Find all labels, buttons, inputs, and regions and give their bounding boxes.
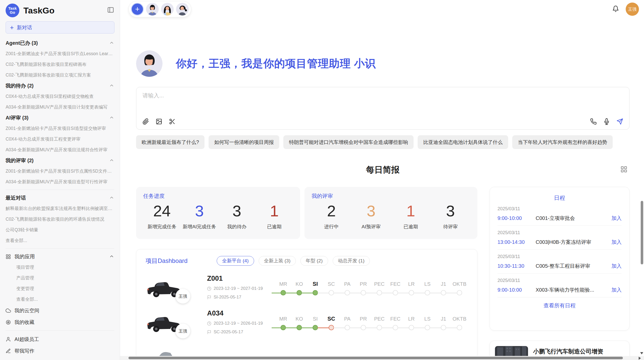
image-upload-icon[interactable] bbox=[156, 118, 162, 125]
sidebar-item-user[interactable]: AI超级员工 bbox=[6, 333, 114, 345]
sidebar-item-my-apps[interactable]: 我的应用 bbox=[6, 251, 114, 262]
sidebar-section-title[interactable]: 最近对话 bbox=[6, 192, 114, 203]
recent-conversation-item[interactable]: 公司Q3轻卡销量 bbox=[6, 224, 114, 235]
view-all-schedule-link[interactable]: 查看所有日程 bbox=[497, 297, 622, 314]
sidebar-section-title[interactable]: 我的评审 (2) bbox=[6, 155, 114, 166]
app-sub-item[interactable]: 项目管理 bbox=[6, 262, 114, 273]
milestone-dot[interactable] bbox=[393, 325, 398, 330]
dashboard-tab[interactable]: 年型 (2) bbox=[300, 256, 328, 266]
milestone-dot[interactable] bbox=[281, 290, 286, 295]
milestone-dot[interactable] bbox=[281, 325, 286, 330]
sidebar-task-item[interactable]: A034-全新新能源MUV产品开发项目造型可行性评审 bbox=[6, 176, 114, 187]
milestone-dot[interactable] bbox=[361, 325, 366, 330]
sidebar-item-pencil[interactable]: 帮我写作 bbox=[6, 345, 114, 357]
join-link[interactable]: 加入 bbox=[611, 287, 622, 293]
chat-input[interactable] bbox=[142, 92, 499, 110]
milestone-dot[interactable] bbox=[425, 325, 430, 330]
sidebar-task-item[interactable]: C0X4-动力总成开发项目SI里程碑提交物检查 bbox=[6, 91, 114, 102]
suggestion-chip[interactable]: 比亚迪全固态电池计划具体说了什么 bbox=[418, 135, 508, 149]
horizontal-scrollbar[interactable] bbox=[120, 356, 644, 360]
screenshot-icon[interactable] bbox=[169, 118, 175, 125]
milestone-dot[interactable] bbox=[329, 325, 334, 330]
project-flag-text: SC-2025-05-17 bbox=[214, 329, 243, 335]
milestone: SI bbox=[307, 280, 323, 297]
project-car-image: 王强 bbox=[145, 274, 184, 301]
dashboard-tab[interactable]: 全新上装 (3) bbox=[259, 256, 296, 266]
chevron-up-icon[interactable] bbox=[109, 254, 114, 259]
milestone-dot[interactable] bbox=[409, 325, 414, 330]
app-sub-item[interactable]: 查看全部... bbox=[6, 294, 114, 305]
suggestion-chip[interactable]: 欧洲新规最近颁布了什么? bbox=[136, 135, 204, 149]
sidebar-task-item[interactable]: C02-飞腾新能源轻客改款项目里程碑画布 bbox=[6, 59, 114, 70]
suggestion-chip[interactable]: 如何写一份清晰的项目周报 bbox=[209, 135, 279, 149]
voice-call-icon[interactable] bbox=[590, 118, 597, 125]
milestone-dot[interactable] bbox=[297, 325, 302, 330]
milestone-dot[interactable] bbox=[297, 290, 302, 295]
chevron-up-icon[interactable] bbox=[109, 195, 114, 200]
join-link[interactable]: 加入 bbox=[611, 239, 622, 246]
join-link[interactable]: 加入 bbox=[611, 263, 622, 269]
milestone-dot[interactable] bbox=[345, 325, 350, 330]
milestone-dot[interactable] bbox=[425, 290, 430, 295]
chevron-up-icon[interactable] bbox=[109, 83, 114, 88]
project-row[interactable]: 王强A0342023-12-19 ~ 2026-01-19SC-2025-05-… bbox=[145, 309, 468, 335]
sidebar-task-item[interactable]: A034-全新新能源MUV产品开发项目计划变更表编写 bbox=[6, 102, 114, 112]
send-icon[interactable] bbox=[617, 118, 623, 125]
sidebar-task-item[interactable]: Z001-全新燃油轻卡产品开发项目SI节点属性5D文件评审 bbox=[6, 166, 114, 176]
microphone-icon[interactable] bbox=[603, 118, 610, 125]
milestone-dot[interactable] bbox=[345, 290, 350, 295]
sidebar-collapse-icon[interactable] bbox=[107, 6, 114, 14]
recent-conversation-item[interactable]: 查看全部... bbox=[6, 235, 114, 246]
milestone-dot[interactable] bbox=[313, 325, 318, 330]
layout-grid-icon[interactable] bbox=[620, 166, 627, 174]
stat-value: 3 bbox=[218, 201, 256, 221]
dashboard-tab[interactable]: 动总开发 (1) bbox=[333, 256, 370, 266]
sidebar-task-item[interactable]: Z001-全新燃油皮卡产品开发项目SI节点Lesson Learn报告 bbox=[6, 48, 114, 59]
milestone-dot[interactable] bbox=[361, 290, 366, 295]
sidebar-task-item[interactable]: C0X4-动力总成开发项目工程变更评审 bbox=[6, 134, 114, 144]
dashboard-tab[interactable]: 全新平台 (4) bbox=[217, 256, 254, 266]
scroll-down-arrow[interactable] bbox=[640, 352, 643, 354]
recent-conversation-item[interactable]: C02-飞腾新能源轻客改款项目的闭环通告反馈情况 bbox=[6, 214, 114, 224]
milestone-dot[interactable] bbox=[441, 325, 446, 330]
new-chat-label: 新对话 bbox=[17, 24, 32, 31]
app-sub-item[interactable]: 变更管理 bbox=[6, 283, 114, 294]
chevron-up-icon[interactable] bbox=[109, 40, 114, 46]
app-sub-item[interactable]: 产品管理 bbox=[6, 273, 114, 283]
horizontal-scrollbar-thumb[interactable] bbox=[128, 357, 623, 359]
milestone-label: LS bbox=[424, 280, 430, 288]
attachment-icon[interactable] bbox=[142, 118, 149, 125]
logo-text-top: Task bbox=[8, 6, 17, 10]
milestone-dot[interactable] bbox=[377, 325, 382, 330]
recent-conversation-item[interactable]: 解释最新出台的欧盟报废车法规再生塑料比例被调至15%... bbox=[6, 203, 114, 214]
sidebar-item-cloud[interactable]: 我的云空间 bbox=[6, 305, 114, 316]
suggestion-chip[interactable]: 特朗普可能对进口汽车增税会对中国车企造成哪些影响 bbox=[283, 135, 414, 149]
vertical-scrollbar-thumb[interactable] bbox=[641, 201, 643, 264]
milestone-dot[interactable] bbox=[377, 290, 382, 295]
sidebar-item-pentool[interactable]: 创意制图 bbox=[6, 357, 114, 360]
sidebar-item-star[interactable]: 我的收藏 bbox=[6, 316, 114, 328]
milestone-dot[interactable] bbox=[393, 290, 398, 295]
sidebar-section-title[interactable]: Agent已办 (3) bbox=[6, 38, 114, 48]
new-chat-button[interactable]: + 新对话 bbox=[6, 21, 114, 34]
project-row[interactable]: 王强Z0012023-12-19 ~ 2027-01-19SI-2025-05-… bbox=[145, 274, 468, 301]
join-link[interactable]: 加入 bbox=[611, 215, 622, 222]
sidebar-task-item[interactable]: A034-全新新能源MUV产品开发项目法规符合性评审 bbox=[6, 144, 114, 155]
project-code: A034 bbox=[207, 309, 275, 317]
sidebar-section-title[interactable]: AI评审 (3) bbox=[6, 112, 114, 123]
chevron-up-icon[interactable] bbox=[109, 115, 114, 120]
stat-item: 3AI预评审 bbox=[351, 201, 391, 230]
milestone-dot[interactable] bbox=[329, 290, 334, 295]
milestone-dot[interactable] bbox=[457, 325, 462, 330]
milestone-dot[interactable] bbox=[409, 290, 414, 295]
sidebar-task-item[interactable]: C02-飞腾新能源轻客改款项目立项汇报方案 bbox=[6, 70, 114, 80]
milestone-dot[interactable] bbox=[313, 290, 318, 295]
sidebar-section-title[interactable]: 我的待办 (2) bbox=[6, 80, 114, 91]
milestone-dot[interactable] bbox=[441, 290, 446, 295]
sidebar-task-item[interactable]: Z001-全新燃油轻卡产品开发项目SI造型提交物评审 bbox=[6, 123, 114, 134]
milestone-dot[interactable] bbox=[457, 290, 462, 295]
suggestion-chip[interactable]: 当下年轻人对汽车外观有怎样的喜好趋势 bbox=[512, 135, 613, 149]
chevron-up-icon[interactable] bbox=[109, 158, 114, 163]
schedule-title: 日程 bbox=[497, 194, 622, 202]
scroll-right-arrow[interactable] bbox=[639, 357, 641, 360]
